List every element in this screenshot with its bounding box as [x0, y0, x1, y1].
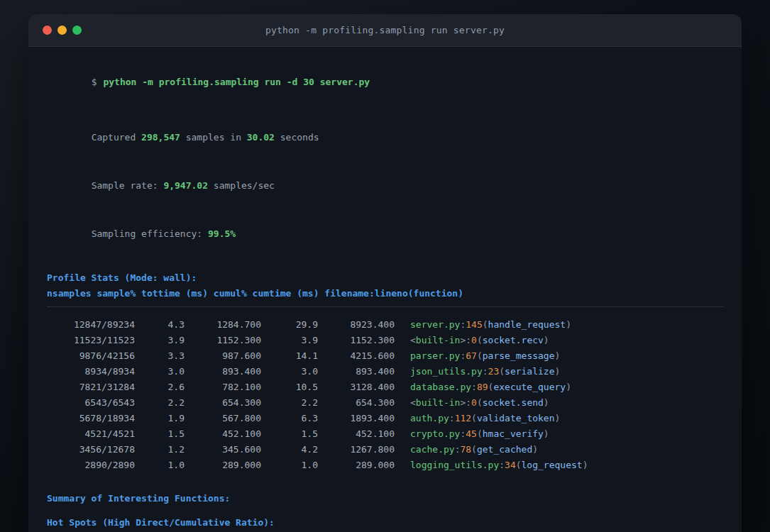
function-name: socket.recv — [483, 335, 544, 345]
function-name: serialize — [505, 366, 554, 377]
nsamples-cell: 11523/11523 — [47, 333, 135, 348]
cumtime-cell: 893.400 — [318, 364, 395, 379]
function-location-cell: logging_utils.py:34(log_request) — [410, 458, 588, 473]
captured-label: Captured — [92, 132, 141, 143]
captured-seconds-value: 30.02 — [247, 132, 275, 143]
function-location-cell: <built-in>:0(socket.recv) — [410, 333, 549, 348]
line-number: 34 — [505, 460, 516, 470]
sample-pct-cell: 3.0 — [135, 364, 185, 379]
nsamples-cell: 7821/31284 — [47, 379, 135, 395]
cumtime-cell: 3128.400 — [318, 379, 395, 395]
tottime-cell: 1284.700 — [185, 317, 261, 333]
cumtime-cell: 4215.600 — [318, 348, 395, 364]
cumtime-cell: 452.100 — [318, 426, 395, 442]
function-location-cell: <built-in>:0(socket.send) — [410, 395, 549, 411]
desktop-background: python -m profiling.sampling run server.… — [0, 0, 770, 532]
efficiency-line: Sampling efficiency: 99.5% — [47, 213, 724, 255]
tottime-cell: 654.300 — [185, 395, 261, 411]
command-text: python -m profiling.sampling run -d 30 s… — [103, 77, 370, 87]
filename: server.py — [410, 319, 460, 330]
profile-row: 5678/18934 1.9 567.800 6.3 1893.400 auth… — [47, 411, 724, 426]
sample-pct-cell: 3.9 — [135, 333, 185, 348]
cumul-pct-cell: 3.0 — [261, 364, 318, 379]
nsamples-cell: 9876/42156 — [47, 348, 135, 364]
tottime-cell: 452.100 — [185, 426, 261, 442]
cumul-pct-cell: 3.9 — [261, 333, 318, 348]
nsamples-cell: 12847/89234 — [47, 317, 135, 333]
cumtime-cell: 8923.400 — [318, 317, 395, 333]
terminal-window: python -m profiling.sampling run server.… — [28, 14, 742, 532]
function-name: execute_query — [493, 382, 566, 392]
zoom-button[interactable] — [72, 26, 82, 35]
cumtime-cell: 289.000 — [318, 458, 395, 473]
tottime-cell: 567.800 — [185, 411, 261, 426]
efficiency-value: 99.5% — [208, 228, 236, 239]
sample-pct-cell: 3.3 — [135, 348, 185, 364]
filename: cache.py — [410, 444, 455, 455]
cumtime-cell: 1152.300 — [318, 333, 395, 348]
function-name: socket.send — [483, 397, 544, 408]
line-number: 112 — [455, 413, 471, 423]
filename: built-in — [416, 335, 461, 345]
sample-pct-cell: 1.5 — [135, 426, 185, 442]
captured-unit-label: seconds — [275, 132, 319, 143]
line-number: 145 — [466, 319, 482, 330]
tottime-cell: 345.600 — [185, 442, 261, 458]
profile-row: 6543/6543 2.2 654.300 2.2 654.300 <built… — [47, 395, 724, 411]
profile-row: 11523/11523 3.9 1152.300 3.9 1152.300 <b… — [47, 333, 724, 348]
rate-unit-label: samples/sec — [208, 180, 275, 191]
traffic-lights — [28, 26, 82, 35]
line-number: 45 — [466, 428, 477, 439]
line-number: 23 — [488, 366, 500, 377]
window-title: python -m profiling.sampling run server.… — [28, 25, 742, 35]
cumul-pct-cell: 14.1 — [261, 348, 318, 364]
line-number: 0 — [471, 397, 477, 408]
tottime-cell: 289.000 — [185, 458, 261, 473]
window-titlebar[interactable]: python -m profiling.sampling run server.… — [28, 14, 742, 47]
minimize-button[interactable] — [57, 26, 67, 35]
profile-row: 2890/2890 1.0 289.000 1.0 289.000 loggin… — [47, 458, 724, 473]
table-divider — [47, 306, 724, 307]
profile-row: 12847/89234 4.3 1284.700 29.9 8923.400 s… — [47, 317, 724, 333]
cumul-pct-cell: 10.5 — [261, 379, 318, 395]
sample-pct-cell: 2.6 — [135, 379, 185, 395]
line-number: 78 — [460, 444, 471, 455]
function-name: log_request — [522, 460, 583, 470]
cumtime-cell: 1893.400 — [318, 411, 395, 426]
filename: built-in — [416, 397, 461, 408]
nsamples-cell: 4521/4521 — [47, 426, 135, 442]
sample-pct-cell: 4.3 — [135, 317, 185, 333]
cumul-pct-cell: 4.2 — [261, 442, 318, 458]
tottime-cell: 987.600 — [185, 348, 261, 364]
nsamples-cell: 8934/8934 — [47, 364, 135, 379]
sample-pct-cell: 1.9 — [135, 411, 185, 426]
tottime-cell: 1152.300 — [185, 333, 261, 348]
function-name: validate_token — [477, 413, 555, 423]
line-number: 0 — [471, 335, 477, 345]
function-location-cell: crypto.py:45(hmac_verify) — [410, 426, 549, 442]
prompt-line: $python -m profiling.sampling run -d 30 … — [47, 61, 724, 104]
filename: logging_utils.py — [410, 460, 499, 470]
filename: database.py — [410, 382, 471, 392]
cumul-pct-cell: 1.0 — [261, 458, 318, 473]
close-button[interactable] — [43, 26, 52, 35]
filename: json_utils.py — [410, 366, 483, 377]
cumul-pct-cell: 2.2 — [261, 395, 318, 411]
captured-samples-value: 298,547 — [141, 132, 180, 143]
function-location-cell: json_utils.py:23(serialize) — [410, 364, 560, 379]
function-name: hmac_verify — [483, 428, 544, 439]
profile-row: 7821/31284 2.6 782.100 10.5 3128.400 dat… — [47, 379, 724, 395]
sample-pct-cell: 1.2 — [135, 442, 185, 458]
function-location-cell: parser.py:67(parse_message) — [410, 348, 560, 364]
profile-row: 9876/42156 3.3 987.600 14.1 4215.600 par… — [47, 348, 724, 364]
tottime-cell: 893.400 — [185, 364, 261, 379]
profile-row: 8934/8934 3.0 893.400 3.0 893.400 json_u… — [47, 364, 724, 379]
filename: parser.py — [410, 350, 460, 361]
efficiency-label: Sampling efficiency: — [92, 228, 208, 239]
columns-header: nsamples sample% tottime (ms) cumul% cum… — [47, 287, 724, 301]
captured-line: Captured 298,547 samples in 30.02 second… — [47, 116, 724, 159]
rate-label: Sample rate: — [92, 180, 164, 191]
line-number: 89 — [477, 382, 488, 392]
function-location-cell: cache.py:78(get_cached) — [410, 442, 538, 458]
rate-value: 9,947.02 — [163, 180, 208, 191]
